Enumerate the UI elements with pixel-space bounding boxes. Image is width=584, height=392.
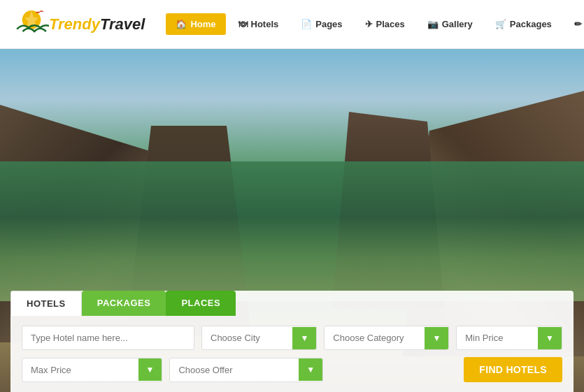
search-container: HOTELS PACKAGES PLACES ▼ (10, 291, 574, 392)
city-input[interactable] (202, 326, 292, 349)
nav-home[interactable]: 🏠 Home (166, 13, 225, 35)
find-hotels-button[interactable]: FIND HOTELS (464, 357, 562, 382)
min-price-field: ▼ (456, 326, 562, 350)
nav-pages[interactable]: 📄 Pages (291, 13, 352, 35)
tab-hotels[interactable]: HOTELS (10, 291, 82, 316)
nav-places[interactable]: ✈ Places (355, 13, 415, 35)
category-field: ▼ (324, 326, 449, 350)
offer-input[interactable] (170, 358, 299, 382)
pages-icon: 📄 (301, 19, 312, 29)
chevron-down-icon: ▼ (546, 333, 554, 343)
vegetation-mid (0, 161, 584, 301)
city-dropdown-button[interactable]: ▼ (292, 327, 316, 349)
tab-places[interactable]: PLACES (166, 291, 236, 316)
header: TrendyTravel 🏠 Home 🍽 Hotels 📄 Pages ✈ P… (0, 0, 584, 49)
chevron-down-icon: ▼ (306, 365, 315, 375)
chevron-down-icon: ▼ (432, 333, 441, 343)
hotel-icon: 🍽 (238, 19, 248, 29)
nav-packages[interactable]: 🛒 Packages (485, 13, 562, 35)
category-dropdown-button[interactable]: ▼ (425, 327, 448, 349)
min-price-input[interactable] (457, 326, 538, 349)
hotel-name-field (22, 326, 194, 350)
home-icon: 🏠 (176, 19, 187, 29)
nav-hotels[interactable]: 🍽 Hotels (229, 13, 289, 35)
min-price-dropdown-button[interactable]: ▼ (538, 327, 562, 349)
gallery-icon: 📷 (427, 19, 439, 29)
logo: TrendyTravel (14, 7, 145, 42)
search-row-1: ▼ ▼ ▼ (22, 326, 562, 350)
max-price-dropdown-button[interactable]: ▼ (138, 358, 162, 381)
max-price-field: ▼ (22, 358, 162, 382)
blog-icon: ✏ (574, 19, 582, 29)
packages-icon: 🛒 (495, 19, 506, 29)
search-fields: ▼ ▼ ▼ (10, 316, 574, 392)
logo-icon (14, 7, 49, 42)
logo-text: TrendyTravel (49, 15, 145, 34)
nav-gallery[interactable]: 📷 Gallery (418, 13, 483, 35)
places-icon: ✈ (365, 19, 373, 29)
city-field: ▼ (201, 326, 317, 350)
category-input[interactable] (325, 326, 425, 349)
hero-section: HOTELS PACKAGES PLACES ▼ (0, 49, 584, 392)
search-row-2: ▼ ▼ FIND HOTELS (22, 357, 562, 382)
offer-field: ▼ (169, 358, 323, 382)
chevron-down-icon: ▼ (146, 365, 155, 375)
offer-dropdown-button[interactable]: ▼ (299, 358, 322, 381)
main-nav: 🏠 Home 🍽 Hotels 📄 Pages ✈ Places 📷 Galle… (166, 13, 584, 35)
tab-packages[interactable]: PACKAGES (82, 291, 166, 316)
hotel-name-input[interactable] (22, 326, 194, 349)
search-tabs: HOTELS PACKAGES PLACES (10, 291, 574, 316)
max-price-input[interactable] (22, 358, 138, 382)
chevron-down-icon: ▼ (300, 333, 308, 343)
nav-blog[interactable]: ✏ Blog (564, 13, 584, 35)
